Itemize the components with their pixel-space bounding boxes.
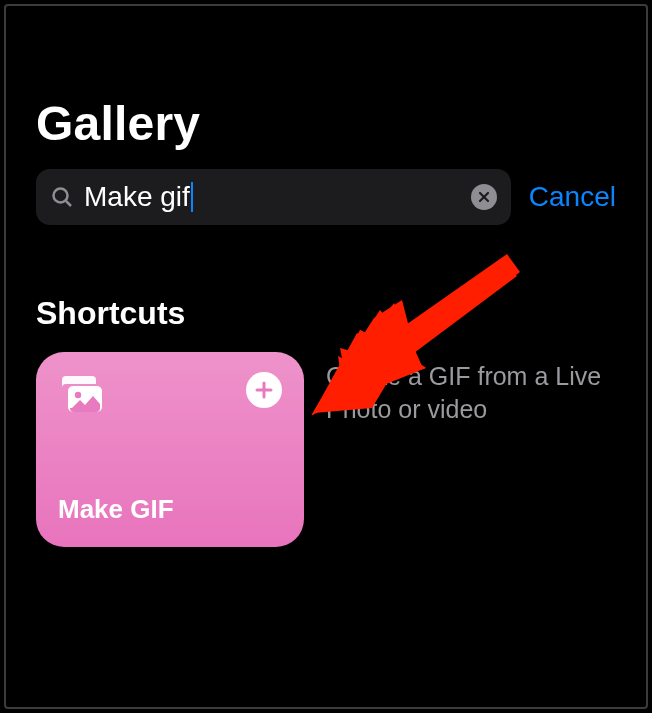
- page-title: Gallery: [36, 96, 616, 151]
- cancel-button[interactable]: Cancel: [529, 181, 616, 213]
- search-value: Make gif: [84, 183, 190, 211]
- svg-point-0: [54, 189, 68, 203]
- shortcut-card-title: Make GIF: [58, 494, 282, 525]
- search-value-wrap: Make gif: [84, 182, 461, 212]
- search-icon: [50, 185, 74, 209]
- shortcut-description: Create a GIF from a Live Photo or video: [326, 352, 606, 425]
- search-input[interactable]: Make gif: [36, 169, 511, 225]
- result-row: Make GIF Create a GIF from a Live Photo …: [36, 352, 616, 547]
- search-row: Make gif Cancel: [36, 169, 616, 225]
- text-caret: [191, 182, 193, 212]
- add-shortcut-button[interactable]: [246, 372, 282, 408]
- shortcut-card-make-gif[interactable]: Make GIF: [36, 352, 304, 547]
- svg-point-5: [75, 392, 81, 398]
- clear-search-button[interactable]: [471, 184, 497, 210]
- images-icon: [58, 372, 106, 416]
- section-header-shortcuts: Shortcuts: [36, 295, 616, 332]
- svg-line-1: [66, 201, 71, 206]
